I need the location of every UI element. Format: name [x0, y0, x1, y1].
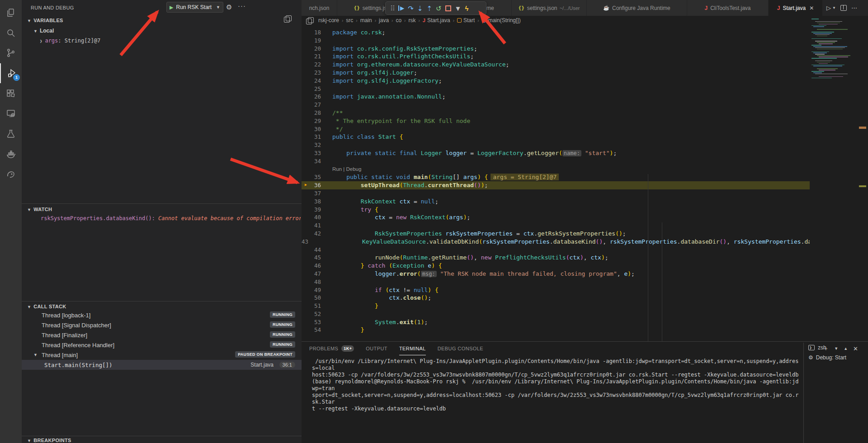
stack-frame-row[interactable]: Start.main(String[]) Start.java 36:1	[22, 360, 302, 370]
code-line-41[interactable]: 41	[302, 222, 810, 230]
code-line-27[interactable]: 27	[302, 101, 810, 109]
code-line-18[interactable]: 18package co.rsk;	[302, 28, 810, 37]
breadcrumb-item[interactable]: rskj-core	[318, 17, 339, 24]
code-line-28[interactable]: 28/**	[302, 109, 810, 117]
tab-configure-java-runtime[interactable]: ☕Configure Java Runtime	[587, 0, 687, 16]
call-stack-thread[interactable]: Thread [Reference Handler]RUNNING	[22, 340, 302, 350]
code-line-29[interactable]: 29 * The entrypoint for the RSK full nod…	[302, 117, 810, 125]
chevron-down-icon[interactable]: ▼	[832, 6, 836, 10]
restart-icon[interactable]: ↺	[436, 5, 442, 12]
tab-settings-json[interactable]: {}settings.json~/.../User	[512, 0, 587, 16]
explorer-icon[interactable]	[0, 3, 22, 23]
watch-section-header[interactable]: ▼WATCH	[27, 207, 52, 212]
code-line-26[interactable]: 26import javax.annotation.Nonnull;	[302, 93, 810, 101]
code-line-37[interactable]: 37	[302, 189, 810, 198]
tab-nch-json[interactable]: nch.json	[302, 0, 337, 16]
breadcrumb-folder-icon[interactable]	[306, 19, 312, 24]
code-line-39[interactable]: 39 try {	[302, 206, 810, 214]
terminal-session-debug[interactable]: ⚙ Debug: Start	[804, 353, 868, 363]
code-line-20[interactable]: 20import co.rsk.config.RskSystemProperti…	[302, 45, 810, 53]
terminal-output[interactable]: /usr/bin/env /Library/Internet\ Plug-Ins…	[312, 358, 800, 412]
call-stack-section-header[interactable]: ▼CALL STACK	[27, 304, 66, 309]
search-icon[interactable]	[0, 23, 22, 43]
breakpoint-paused-icon[interactable]: ➤	[304, 181, 307, 189]
code-line-30[interactable]: 30 */	[302, 125, 810, 133]
call-stack-thread[interactable]: Thread [Finalizer]RUNNING	[22, 330, 302, 340]
variable-args[interactable]: ❯args: String[2]@7	[40, 38, 100, 44]
code-line-51[interactable]: 51 }	[302, 302, 810, 310]
run-file-icon[interactable]: ▷	[826, 5, 831, 11]
code-line-40[interactable]: 40 ctx = new RskContext(args);	[302, 213, 810, 222]
tab-problems[interactable]: PROBLEMS 1K+	[309, 342, 354, 355]
code-line-25[interactable]: 25	[302, 85, 810, 93]
more-actions-icon[interactable]: ···	[238, 2, 246, 9]
code-line-50[interactable]: 50 ctx.close();	[302, 294, 810, 302]
code-line-23[interactable]: 23import org.slf4j.Logger;	[302, 69, 810, 77]
code-line-45[interactable]: 45 runNode(Runtime.getRuntime(), new Pre…	[302, 254, 810, 262]
code-line-24[interactable]: 24import org.slf4j.LoggerFactory;	[302, 77, 810, 85]
code-line-42[interactable]: 42 RskSystemProperties rskSystemProperti…	[302, 230, 810, 238]
code-line-34[interactable]: 34	[302, 157, 810, 165]
breadcrumb-item[interactable]: JStart.java	[423, 17, 450, 24]
stop-icon[interactable]	[445, 5, 451, 11]
breakpoints-section-header[interactable]: ▼BREAKPOINTS	[27, 438, 71, 443]
watch-expression[interactable]: rskSystemProperties.databaseKind(): Cann…	[41, 215, 301, 222]
code-line-35[interactable]: 35 public static void main(String[] args…	[302, 173, 810, 181]
more-actions-icon[interactable]: ⋯	[851, 5, 857, 11]
docker-icon[interactable]	[0, 144, 22, 164]
tab-clitoolstest-java[interactable]: JCliToolsTest.java	[687, 0, 769, 16]
code-line-44[interactable]: 44	[302, 246, 810, 254]
code-line-22[interactable]: 22import org.ethereum.datasource.KeyValu…	[302, 61, 810, 69]
continue-icon[interactable]: ▶	[398, 5, 404, 11]
step-over-icon[interactable]: ↷	[408, 5, 414, 12]
tab-output[interactable]: OUTPUT	[366, 342, 387, 355]
terminal-session-zsh[interactable]: ❯ zsh	[804, 343, 868, 353]
variables-scope-local[interactable]: ▼Local	[33, 28, 54, 34]
code-editor[interactable]: 18package co.rsk;1920import co.rsk.confi…	[302, 25, 810, 341]
tab-terminal[interactable]: TERMINAL	[399, 342, 426, 355]
call-stack-thread[interactable]: ▼Thread [main]PAUSED ON BREAKPOINT	[22, 350, 302, 360]
remote-explorer-icon[interactable]	[0, 104, 22, 123]
breadcrumb-item[interactable]: src	[346, 17, 353, 24]
gradle-icon[interactable]	[0, 164, 22, 184]
chevron-down-icon[interactable]: ▼	[455, 5, 462, 12]
tab-start-java[interactable]: JStart.java✕	[769, 0, 823, 16]
drag-grip-icon[interactable]: ⠿	[390, 5, 395, 12]
close-icon[interactable]: ✕	[809, 5, 814, 11]
collapse-all-icon[interactable]	[284, 17, 290, 23]
code-line-21[interactable]: 21import co.rsk.util.PreflightChecksUtil…	[302, 52, 810, 61]
codelens-run-debug[interactable]: Run | Debug	[302, 165, 810, 174]
run-and-debug-icon[interactable]: 1	[0, 63, 23, 83]
code-line-53[interactable]: 53 System.exit(1);	[302, 318, 810, 326]
code-line-38[interactable]: 38 RskContext ctx = null;	[302, 198, 810, 206]
step-out-icon[interactable]: ⇡	[426, 5, 432, 12]
breadcrumb-item[interactable]: rsk	[408, 17, 415, 24]
code-line-36[interactable]: ➤36 setUpThread(Thread.currentThread());	[302, 181, 810, 189]
run-play-icon[interactable]: ▶	[170, 5, 173, 10]
code-line-48[interactable]: 48	[302, 278, 810, 286]
call-stack-thread[interactable]: Thread [Signal Dispatcher]RUNNING	[22, 320, 302, 330]
code-line-49[interactable]: 49 if (ctx != null) {	[302, 286, 810, 294]
step-into-icon[interactable]: ⇣	[417, 5, 423, 12]
code-line-46[interactable]: 46 } catch (Exception e) {	[302, 262, 810, 270]
split-editor-icon[interactable]	[840, 5, 847, 11]
testing-icon[interactable]	[0, 124, 22, 144]
run-config-dropdown[interactable]: ▶ Run RSK Start ▼	[166, 2, 223, 13]
code-line-32[interactable]: 32	[302, 141, 810, 149]
variables-section-header[interactable]: ▼VARIABLES	[27, 18, 63, 23]
tab-debug-console[interactable]: DEBUG CONSOLE	[438, 342, 483, 355]
code-line-52[interactable]: 52	[302, 310, 810, 318]
breadcrumb-item[interactable]: co	[396, 17, 401, 24]
code-line-33[interactable]: 33 private static final Logger logger = …	[302, 149, 810, 157]
code-line-31[interactable]: 31public class Start {	[302, 133, 810, 141]
chevron-down-icon[interactable]: ▼	[216, 5, 220, 9]
run-config-label[interactable]: Run RSK Start	[176, 4, 216, 10]
source-control-icon[interactable]	[0, 43, 22, 63]
gear-icon[interactable]: ⚙	[226, 3, 232, 11]
call-stack-thread[interactable]: Thread [logback-1]RUNNING	[22, 310, 302, 320]
breadcrumb-item[interactable]: main	[360, 17, 372, 24]
code-line-19[interactable]: 19	[302, 37, 810, 45]
hot-code-replace-icon[interactable]: ϟ	[465, 5, 468, 12]
breadcrumb-item[interactable]: Start	[457, 17, 475, 24]
extensions-icon[interactable]	[0, 83, 22, 103]
